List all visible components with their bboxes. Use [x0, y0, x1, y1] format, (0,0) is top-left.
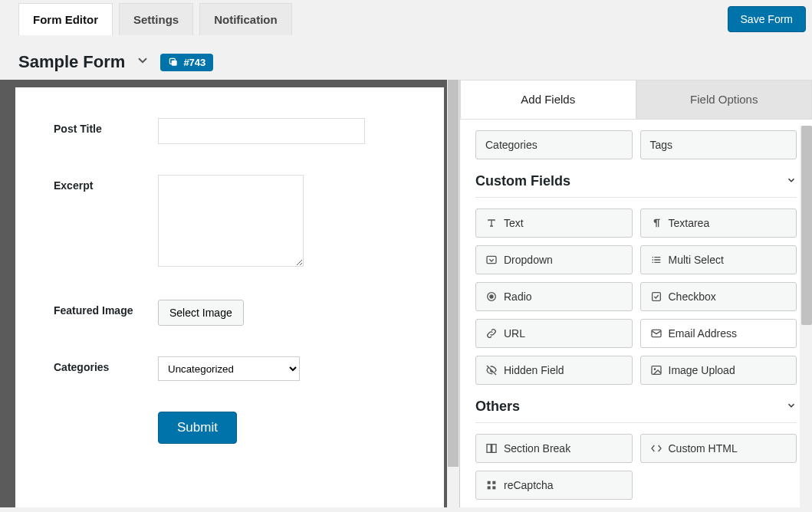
field-categories: Categories Uncategorized — [54, 356, 406, 381]
field-featured-image: Featured Image Select Image — [54, 300, 406, 326]
tab-settings[interactable]: Settings — [119, 3, 193, 35]
checkbox-icon — [650, 290, 662, 303]
shortcode-button[interactable]: #743 — [160, 54, 213, 71]
post-fields-grid: Categories Tags — [475, 130, 797, 159]
top-tabs: Form Editor Settings Notification — [0, 3, 292, 35]
preview-scroll-thumb[interactable] — [448, 80, 459, 467]
tab-form-editor[interactable]: Form Editor — [18, 3, 113, 35]
field-btn-tags[interactable]: Tags — [640, 130, 797, 159]
svg-rect-14 — [492, 486, 495, 489]
field-btn-recaptcha[interactable]: reCaptcha — [475, 471, 633, 500]
dropdown-icon — [485, 254, 498, 266]
code-icon — [650, 442, 662, 455]
svg-rect-12 — [492, 481, 495, 484]
field-btn-url[interactable]: URL — [475, 319, 633, 348]
form-preview-panel: Post Title Excerpt Featured Image Select… — [0, 80, 460, 507]
form-title: Sample Form — [18, 52, 125, 72]
field-post-title: Post Title — [54, 118, 406, 144]
field-excerpt: Excerpt — [54, 175, 406, 269]
tab-add-fields[interactable]: Add Fields — [460, 80, 636, 119]
custom-fields-title: Custom Fields — [475, 173, 570, 189]
fields-panel-body: Categories Tags Custom Fields Text Texta… — [460, 120, 812, 507]
shortcode-label: #743 — [183, 57, 205, 68]
field-btn-categories[interactable]: Categories — [475, 130, 633, 159]
field-btn-radio[interactable]: Radio — [475, 282, 633, 311]
svg-point-4 — [489, 294, 493, 298]
svg-rect-13 — [488, 486, 491, 489]
svg-rect-5 — [652, 293, 660, 301]
chevron-down-icon — [786, 400, 797, 413]
excerpt-label: Excerpt — [54, 175, 146, 192]
select-image-button[interactable]: Select Image — [158, 300, 244, 326]
svg-rect-7 — [652, 366, 661, 375]
top-bar: Form Editor Settings Notification Save F… — [0, 0, 812, 38]
field-btn-dropdown[interactable]: Dropdown — [475, 245, 633, 274]
form-subheader: Sample Form #743 — [0, 38, 812, 80]
field-btn-multi-select[interactable]: Multi Select — [640, 245, 797, 274]
section-others[interactable]: Others — [475, 399, 797, 423]
excerpt-textarea[interactable] — [158, 175, 304, 267]
columns-icon — [485, 442, 498, 455]
post-title-input[interactable] — [158, 118, 365, 144]
others-grid: Section Break Custom HTML reCaptcha — [475, 434, 797, 500]
field-btn-text[interactable]: Text — [475, 208, 633, 238]
tab-field-options[interactable]: Field Options — [636, 80, 813, 119]
section-custom-fields[interactable]: Custom Fields — [475, 173, 797, 198]
image-icon — [650, 364, 662, 376]
svg-rect-0 — [172, 61, 177, 66]
paragraph-icon — [650, 217, 662, 229]
post-title-label: Post Title — [54, 118, 146, 135]
field-btn-email[interactable]: Email Address — [640, 319, 797, 348]
field-btn-image-upload[interactable]: Image Upload — [640, 356, 797, 385]
categories-select[interactable]: Uncategorized — [158, 356, 300, 381]
fields-panel-tabs: Add Fields Field Options — [460, 80, 812, 120]
svg-rect-9 — [487, 445, 491, 453]
tab-notification[interactable]: Notification — [199, 3, 292, 35]
form-title-chevron-icon[interactable] — [136, 54, 150, 71]
email-icon — [650, 327, 662, 340]
fields-scrollbar[interactable] — [800, 126, 812, 507]
fields-scroll-thumb[interactable] — [801, 126, 812, 325]
others-title: Others — [475, 399, 520, 415]
preview-scrollbar[interactable] — [447, 80, 459, 507]
field-btn-hidden[interactable]: Hidden Field — [475, 356, 633, 385]
fields-panel: Add Fields Field Options Categories Tags… — [460, 80, 812, 507]
categories-label: Categories — [54, 356, 146, 373]
svg-rect-2 — [487, 256, 496, 263]
svg-rect-11 — [488, 481, 491, 484]
svg-rect-10 — [492, 445, 496, 453]
radio-icon — [485, 290, 498, 303]
field-btn-custom-html[interactable]: Custom HTML — [640, 434, 797, 463]
list-icon — [650, 254, 662, 266]
field-btn-textarea[interactable]: Textarea — [640, 208, 797, 238]
main-layout: Post Title Excerpt Featured Image Select… — [0, 80, 812, 507]
chevron-down-icon — [786, 175, 797, 188]
form-preview-card: Post Title Excerpt Featured Image Select… — [15, 87, 444, 507]
featured-image-label: Featured Image — [54, 300, 146, 317]
submit-button[interactable]: Submit — [158, 412, 237, 444]
svg-point-8 — [653, 368, 656, 370]
field-btn-checkbox[interactable]: Checkbox — [640, 282, 797, 311]
form-preview-scroll[interactable]: Post Title Excerpt Featured Image Select… — [0, 80, 459, 507]
eye-off-icon — [485, 364, 498, 376]
field-btn-section-break[interactable]: Section Break — [475, 434, 633, 463]
link-icon — [485, 327, 498, 340]
copy-icon — [168, 57, 179, 67]
text-icon — [485, 217, 498, 229]
grid-icon — [485, 479, 498, 491]
save-form-button[interactable]: Save Form — [728, 6, 806, 32]
custom-fields-grid: Text Textarea Dropdown Multi Select Radi… — [475, 208, 797, 385]
